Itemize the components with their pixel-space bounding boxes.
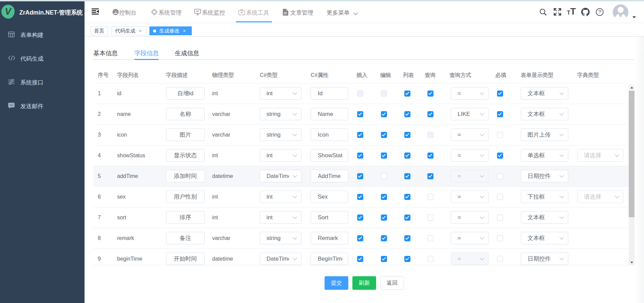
svg-text:?: ?	[598, 9, 601, 15]
